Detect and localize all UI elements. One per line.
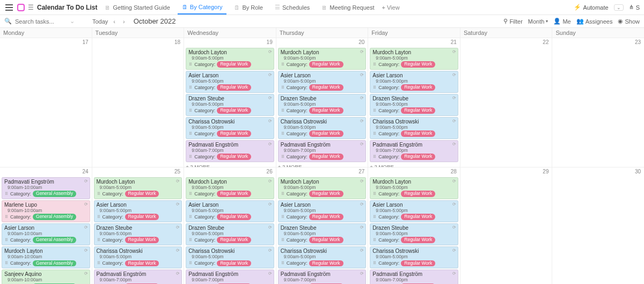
drag-handle-icon[interactable] — [97, 192, 101, 196]
drag-handle-icon[interactable] — [281, 215, 285, 219]
calendar-event[interactable]: ⟳Drazen Steube9:00am-5:00pmCategory:Regu… — [370, 223, 458, 245]
category-pill[interactable]: Regular Work — [309, 214, 343, 220]
automate-chevron-icon[interactable]: ⌄ — [614, 4, 624, 11]
calendar-event[interactable]: ⟳Padmavati Engström9:00am-10:00amCategor… — [2, 177, 90, 199]
calendar-event[interactable]: ⟳Murdoch Layton9:00am-5:00pmCategory:Reg… — [370, 177, 458, 199]
tab-schedules[interactable]: ☰Schedules — [270, 0, 314, 14]
drag-handle-icon[interactable] — [281, 261, 285, 265]
category-pill[interactable]: Regular Work — [309, 84, 343, 91]
drag-handle-icon[interactable] — [372, 62, 377, 67]
category-pill[interactable]: Regular Work — [217, 260, 251, 267]
tab-getting-started[interactable]: 🗎Getting Started Guide — [100, 0, 174, 14]
drag-handle-icon[interactable] — [281, 155, 285, 159]
category-pill[interactable]: General Assembly — [33, 191, 76, 197]
drag-handle-icon[interactable] — [372, 238, 377, 242]
calendar-cell[interactable]: 21⟳Murdoch Layton9:00am-5:00pmCategory:R… — [368, 38, 460, 168]
calendar-event[interactable]: ⟳Charissa Ostrowski9:00am-5:00pmCategory… — [370, 117, 458, 139]
calendar-cell[interactable]: 27⟳Murdoch Layton9:00am-5:00pmCategory:R… — [276, 168, 369, 284]
drag-handle-icon[interactable] — [281, 62, 285, 67]
calendar-event[interactable]: ⟳Padmavati Engström9:00am-7:00pmCategory… — [186, 270, 274, 284]
drag-handle-icon[interactable] — [372, 132, 377, 136]
calendar-event[interactable]: ⟳Padmavati Engström9:00am-7:00pmCategory… — [370, 140, 458, 162]
drag-handle-icon[interactable] — [188, 261, 193, 265]
calendar-event[interactable]: ⟳Asier Larson9:00am-5:00pmCategory:Regul… — [278, 200, 367, 222]
next-month-button[interactable]: › — [121, 18, 127, 25]
drag-handle-icon[interactable] — [97, 215, 101, 219]
category-pill[interactable]: Regular Work — [309, 130, 343, 137]
calendar-event[interactable]: ⟳Drazen Steube9:00am-5:00pmCategory:Regu… — [186, 223, 274, 245]
category-pill[interactable]: Regular Work — [125, 260, 159, 267]
calendar-cell[interactable]: 29 — [460, 168, 553, 284]
more-events-link[interactable]: + 2 MORE — [278, 164, 367, 168]
drag-handle-icon[interactable] — [281, 192, 285, 196]
drag-handle-icon[interactable] — [281, 238, 285, 242]
drag-handle-icon[interactable] — [97, 238, 101, 242]
category-pill[interactable]: General Assembly — [33, 260, 76, 267]
calendar-cell[interactable]: 22 — [460, 38, 553, 168]
calendar-event[interactable]: ⟳Drazen Steube9:00am-5:00pmCategory:Regu… — [370, 94, 458, 116]
drag-handle-icon[interactable] — [188, 132, 193, 136]
category-pill[interactable]: Regular Work — [401, 84, 435, 91]
calendar-event[interactable]: ⟳Padmavati Engström9:00am-7:00pmCategory… — [186, 140, 274, 162]
more-events-link[interactable]: + 2 MORE — [186, 164, 274, 168]
search-input[interactable] — [14, 18, 68, 25]
calendar-cell[interactable]: 28⟳Murdoch Layton9:00am-5:00pmCategory:R… — [368, 168, 460, 284]
calendar-cell[interactable]: 30 — [552, 168, 644, 284]
drag-handle-icon[interactable] — [372, 85, 377, 90]
category-pill[interactable]: Regular Work — [401, 191, 435, 197]
add-view-button[interactable]: + View — [382, 4, 399, 11]
category-pill[interactable]: Regular Work — [401, 130, 435, 137]
calendar-event[interactable]: ⟳Asier Larson9:00am-5:00pmCategory:Regul… — [370, 71, 458, 93]
calendar-event[interactable]: ⟳Asier Larson9:00am-5:00pmCategory:Regul… — [370, 200, 458, 222]
automate-button[interactable]: ⚡Automate — [574, 4, 609, 11]
calendar-event[interactable]: ⟳Murdoch Layton9:00am-10:00amCategory:Ge… — [2, 246, 90, 268]
calendar-event[interactable]: ⟳Charissa Ostrowski9:00am-5:00pmCategory… — [370, 246, 458, 268]
filter-button[interactable]: ⚲Filter — [503, 18, 522, 25]
calendar-event[interactable]: ⟳Asier Larson9:00am-5:00pmCategory:Regul… — [94, 200, 182, 222]
app-logo-icon[interactable] — [17, 4, 25, 11]
category-pill[interactable]: Regular Work — [217, 191, 251, 197]
calendar-event[interactable]: ⟳Murdoch Layton9:00am-5:00pmCategory:Reg… — [370, 48, 458, 70]
drag-handle-icon[interactable] — [372, 261, 377, 265]
calendar-event[interactable]: ⟳Drazen Steube9:00am-5:00pmCategory:Regu… — [278, 94, 367, 116]
category-pill[interactable]: Regular Work — [217, 84, 251, 91]
calendar-cell[interactable]: 18 — [92, 38, 185, 168]
share-button[interactable]: ⋔S — [629, 4, 640, 11]
calendar-event[interactable]: ⟳Padmavati Engström9:00am-7:00pmCategory… — [278, 140, 367, 162]
drag-handle-icon[interactable] — [372, 108, 377, 113]
drag-handle-icon[interactable] — [372, 192, 377, 196]
calendar-event[interactable]: ⟳Murdoch Layton9:00am-5:00pmCategory:Reg… — [186, 48, 274, 70]
drag-handle-icon[interactable] — [281, 108, 285, 113]
hamburger-menu-icon[interactable] — [4, 3, 14, 12]
category-pill[interactable]: Regular Work — [309, 260, 343, 267]
drag-handle-icon[interactable] — [4, 238, 9, 242]
category-pill[interactable]: Regular Work — [401, 214, 435, 220]
calendar-cell[interactable]: 24⟳Padmavati Engström9:00am-10:00amCateg… — [0, 168, 92, 284]
search-chevron-icon[interactable]: ⌄ — [70, 18, 75, 25]
calendar-event[interactable]: ⟳Murdoch Layton9:00am-5:00pmCategory:Reg… — [186, 177, 274, 199]
drag-handle-icon[interactable] — [4, 215, 9, 219]
calendar-event[interactable]: ⟳Charissa Ostrowski9:00am-5:00pmCategory… — [278, 117, 367, 139]
drag-handle-icon[interactable] — [97, 261, 101, 265]
tab-meeting-request[interactable]: 🗎Meeting Request — [317, 0, 378, 14]
drag-handle-icon[interactable] — [4, 261, 9, 265]
calendar-cell[interactable]: 25⟳Murdoch Layton9:00am-5:00pmCategory:R… — [92, 168, 185, 284]
category-pill[interactable]: Regular Work — [125, 237, 159, 243]
category-pill[interactable]: Regular Work — [217, 154, 251, 160]
drag-handle-icon[interactable] — [188, 108, 193, 113]
category-pill[interactable]: General Assembly — [33, 237, 76, 243]
category-pill[interactable]: Regular Work — [125, 214, 159, 220]
view-mode-button[interactable]: Month▾ — [528, 18, 548, 25]
calendar-event[interactable]: ⟳Drazen Steube9:00am-5:00pmCategory:Regu… — [94, 223, 182, 245]
calendar-event[interactable]: ⟳Murdoch Layton9:00am-5:00pmCategory:Reg… — [94, 177, 182, 199]
category-pill[interactable]: Regular Work — [401, 154, 435, 160]
calendar-event[interactable]: ⟳Murdoch Layton9:00am-5:00pmCategory:Reg… — [278, 177, 367, 199]
calendar-event[interactable]: ⟳Drazen Steube9:00am-5:00pmCategory:Regu… — [186, 94, 274, 116]
drag-handle-icon[interactable] — [188, 238, 193, 242]
calendar-event[interactable]: ⟳Asier Larson9:00am-5:00pmCategory:Regul… — [278, 71, 367, 93]
category-pill[interactable]: General Assembly — [33, 214, 76, 220]
category-pill[interactable]: Regular Work — [401, 107, 435, 114]
calendar-event[interactable]: ⟳Drazen Steube9:00am-5:00pmCategory:Regu… — [278, 223, 367, 245]
category-pill[interactable]: Regular Work — [309, 61, 343, 68]
category-pill[interactable]: Regular Work — [217, 214, 251, 220]
